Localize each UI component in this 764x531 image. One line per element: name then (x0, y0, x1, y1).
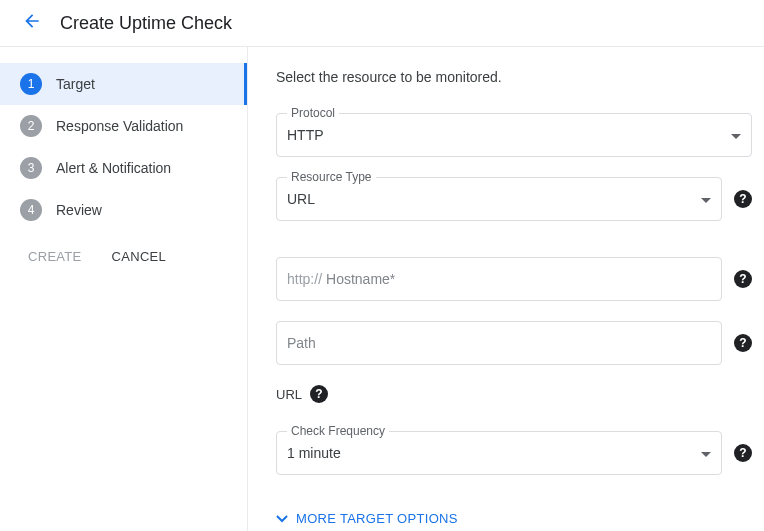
check-frequency-select[interactable]: Check Frequency 1 minute (276, 431, 722, 475)
wizard-sidebar: 1 Target 2 Response Validation 3 Alert &… (0, 47, 248, 531)
create-button: CREATE (28, 249, 82, 264)
help-icon[interactable]: ? (734, 334, 752, 352)
step-target[interactable]: 1 Target (0, 63, 247, 105)
input-placeholder: Path (287, 335, 711, 351)
field-label: Check Frequency (287, 424, 389, 438)
input-placeholder: Hostname* (326, 271, 711, 287)
step-alert-notification[interactable]: 3 Alert & Notification (0, 147, 247, 189)
protocol-select[interactable]: Protocol HTTP (276, 113, 752, 157)
step-response-validation[interactable]: 2 Response Validation (0, 105, 247, 147)
step-number: 4 (20, 199, 42, 221)
step-number: 1 (20, 73, 42, 95)
step-review[interactable]: 4 Review (0, 189, 247, 231)
input-prefix: http:// (287, 271, 322, 287)
help-icon[interactable]: ? (734, 270, 752, 288)
page-header: Create Uptime Check (0, 0, 764, 47)
help-icon[interactable]: ? (310, 385, 328, 403)
path-input[interactable]: Path (276, 321, 722, 365)
field-label: Resource Type (287, 170, 376, 184)
main-panel: Select the resource to be monitored. Pro… (248, 47, 764, 531)
help-icon[interactable]: ? (734, 190, 752, 208)
panel-description: Select the resource to be monitored. (276, 69, 752, 85)
field-label: Protocol (287, 106, 339, 120)
more-options-label: MORE TARGET OPTIONS (296, 511, 458, 526)
resource-type-select[interactable]: Resource Type URL (276, 177, 722, 221)
step-label: Target (56, 76, 95, 92)
step-label: Alert & Notification (56, 160, 171, 176)
hostname-input[interactable]: http:// Hostname* (276, 257, 722, 301)
url-label: URL (276, 387, 302, 402)
step-number: 2 (20, 115, 42, 137)
field-value: 1 minute (287, 445, 701, 461)
field-value: HTTP (287, 127, 731, 143)
field-value: URL (287, 191, 701, 207)
chevron-down-icon (276, 511, 288, 526)
step-label: Response Validation (56, 118, 183, 134)
chevron-down-icon (701, 191, 711, 207)
chevron-down-icon (731, 127, 741, 143)
step-number: 3 (20, 157, 42, 179)
page-title: Create Uptime Check (60, 13, 232, 34)
back-arrow-icon[interactable] (22, 11, 42, 35)
help-icon[interactable]: ? (734, 444, 752, 462)
cancel-button[interactable]: CANCEL (112, 249, 167, 264)
step-label: Review (56, 202, 102, 218)
more-target-options-toggle[interactable]: MORE TARGET OPTIONS (276, 511, 752, 526)
chevron-down-icon (701, 445, 711, 461)
